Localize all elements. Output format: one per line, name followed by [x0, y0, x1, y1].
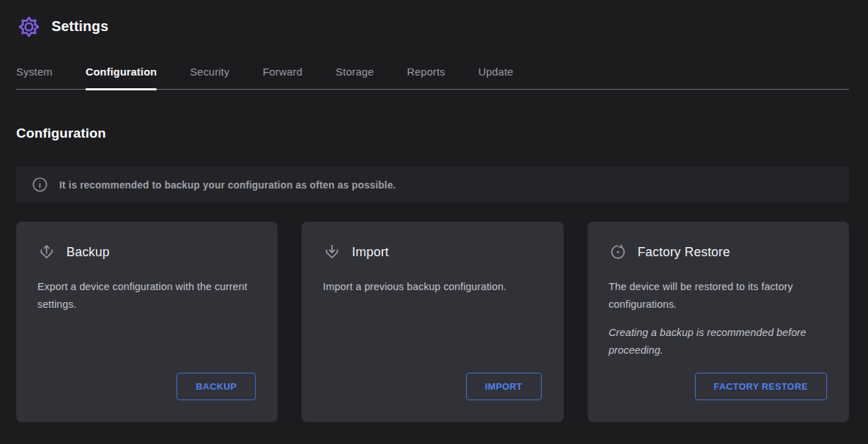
import-button[interactable]: IMPORT: [466, 373, 542, 400]
section-heading: Configuration: [16, 126, 849, 141]
backup-card-title: Backup: [66, 245, 109, 260]
info-icon: [32, 177, 47, 192]
settings-page: Settings System Configuration Security F…: [0, 0, 868, 422]
backup-card-header: Backup: [37, 243, 256, 261]
factory-restore-card: Factory Restore The device will be resto…: [588, 222, 849, 422]
tab-system[interactable]: System: [16, 59, 52, 89]
tab-update[interactable]: Update: [478, 59, 513, 89]
import-card: Import Import a previous backup configur…: [302, 222, 563, 422]
factory-restore-card-header: Factory Restore: [609, 243, 828, 261]
info-banner-text: It is recommended to backup your configu…: [59, 179, 396, 191]
factory-restore-card-note: Creating a backup is recommended before …: [609, 324, 828, 360]
tab-reports[interactable]: Reports: [407, 59, 445, 89]
import-card-title: Import: [352, 245, 388, 260]
settings-gear-icon: [16, 14, 42, 40]
page-title: Settings: [52, 18, 109, 35]
info-banner: It is recommended to backup your configu…: [16, 167, 849, 203]
upload-icon: [37, 243, 56, 261]
backup-card: Backup Export a device configuration wit…: [16, 222, 278, 422]
backup-button[interactable]: BACKUP: [177, 373, 256, 400]
tab-storage[interactable]: Storage: [335, 59, 374, 89]
factory-restore-card-title: Factory Restore: [638, 245, 730, 260]
tab-configuration[interactable]: Configuration: [85, 59, 157, 89]
import-card-header: Import: [323, 243, 542, 261]
import-card-description: Import a previous backup configuration.: [323, 278, 542, 296]
factory-restore-button[interactable]: FACTORY RESTORE: [695, 373, 827, 400]
tab-security[interactable]: Security: [190, 59, 230, 89]
backup-card-description: Export a device configuration with the c…: [37, 278, 256, 314]
restore-icon: [609, 243, 627, 261]
factory-restore-card-description: The device will be restored to its facto…: [609, 278, 828, 314]
card-grid: Backup Export a device configuration wit…: [16, 222, 849, 422]
page-header: Settings: [16, 0, 849, 44]
tab-forward[interactable]: Forward: [263, 59, 302, 89]
download-icon: [323, 243, 341, 261]
settings-tab-bar: System Configuration Security Forward St…: [16, 59, 849, 90]
